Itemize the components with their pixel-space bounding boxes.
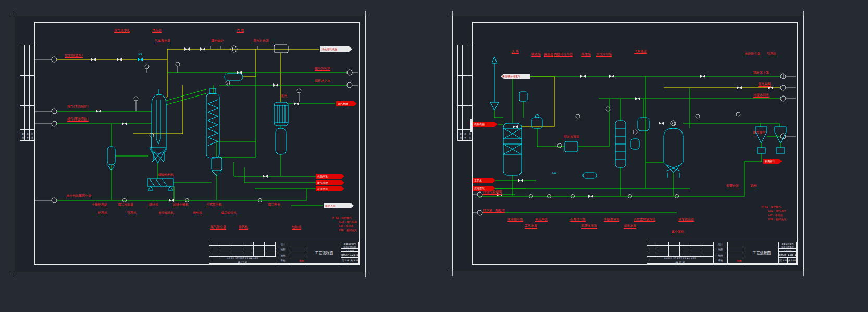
corner-mark	[803, 271, 809, 276]
diagram-label: 缝包机	[193, 211, 202, 215]
diagram-label: 蒸汽并网	[758, 82, 771, 87]
instrument-lines	[34, 46, 358, 200]
diagram-label: 换热器	[544, 53, 553, 57]
corner-mark	[448, 11, 453, 16]
diagram-label: 汽 包	[237, 29, 244, 33]
diagram-label: 备	[27, 137, 29, 139]
diagram-label: 净烟气至烟囱	[483, 190, 502, 195]
diagram-label: 注	[469, 137, 471, 139]
diagram-label: 冷凝水回收	[753, 93, 769, 98]
diagram-label: 成品输送机	[221, 211, 237, 215]
drawing-number: qHXF-12B-B	[341, 252, 358, 258]
diagram-label: 真空皮带脱水机	[634, 218, 655, 222]
diagram-label: 废热锅炉	[211, 39, 224, 43]
diagram-label: 破碎机	[149, 203, 158, 207]
revision-bar-label: 修 订 栏	[647, 260, 713, 265]
yellow-pipes	[522, 76, 780, 127]
diagram-label: 石膏外运	[726, 184, 739, 188]
diagram-label: 来自包装车间空袋	[66, 194, 91, 198]
revision-bar-label: 修 订 栏	[209, 260, 276, 265]
diagram-label: 注 N2 : 保护氮气	[332, 217, 352, 219]
diagram-label: 热风机	[98, 211, 107, 215]
diagram-label: 引风机	[127, 211, 137, 215]
diagram-label: CW : 冷却水	[768, 214, 783, 217]
title-block: 标记 处数 分区 更改文件号 签名 年月日 修 订 栏 设计制图 校核审核 工艺…	[209, 242, 359, 264]
diagram-label: 事故浆液箱	[604, 218, 619, 222]
revision-table: 标记 处数 分区 更改文件号 签名 年月日 修 订 栏	[647, 242, 714, 263]
diagram-label: 干燥热风炉	[92, 203, 107, 207]
fan-symbol	[671, 121, 676, 126]
border-bar	[470, 119, 473, 132]
diagram-label: 蒸汽	[281, 94, 287, 98]
stream-arrow-callout: 来自锅炉烟道气	[501, 74, 530, 79]
diagram-label: 烟气(来自锅炉)	[67, 105, 89, 109]
diagram-label: 石灰浆液箱	[564, 135, 579, 139]
diagram-label: 日	[469, 133, 471, 135]
stream-arrow-callout: 成品入库	[324, 203, 354, 208]
diagram-label: 水洗冷却塔	[596, 53, 612, 57]
diagram-label: 汽化器	[152, 29, 162, 33]
diagram-label: 烟气预净化	[114, 29, 130, 33]
connection-circles	[477, 74, 786, 215]
diagram-label: 蒸汽过热器	[253, 39, 269, 43]
diagram-label: 成品冷却器	[118, 203, 133, 207]
diagram-label: 斗式提升机	[206, 203, 222, 207]
stream-arrow-callout: 蒸汽并网	[336, 101, 357, 106]
stream-arrow-callout: 压缩空气	[473, 186, 495, 191]
diagram-label: 循环水上水	[753, 71, 769, 75]
stream-arrow-callout: 工艺水	[473, 178, 495, 183]
diagram-label: 日	[31, 133, 33, 135]
drawing-sheet-2[interactable]: 火 炬吸收塔换热器内循环冷却器再生塔水洗冷却塔飞灰储运布袋除尘器引风机循环水上水…	[452, 16, 804, 271]
equipment-cyan	[107, 74, 288, 190]
corner-mark	[365, 11, 370, 16]
diagram-label: 皮带输送机	[158, 211, 174, 215]
diagram-label: 石膏排出泵	[570, 218, 586, 222]
diagram-label: 浆液循环泵	[507, 218, 523, 222]
green-pipes	[478, 76, 780, 213]
diagram-label: 注 N2 : 保护氮气	[761, 206, 781, 208]
diagram-label: 氧化风机	[535, 218, 548, 222]
revision-marks-row: 标记 处数 分区 更改文件号 签名 年月日	[647, 257, 713, 260]
diagram-label: 注	[31, 137, 33, 139]
diagram-label: 循环水上水	[315, 79, 330, 83]
diagram-label: 布袋除尘器	[745, 52, 760, 56]
diagram-label: 飞灰储运	[634, 50, 647, 54]
sheet-number: 第 2 张	[779, 258, 788, 263]
diagram-label: 再生塔	[581, 53, 591, 57]
diagram-label: 成品料仓	[268, 203, 280, 207]
drawing-sheet-1[interactable]: 烟气预净化汽化器气体预热器废热锅炉汽 包蒸汽过热器软水(除盐水)N3烟气(来自锅…	[15, 16, 366, 272]
revision-table: 标记 处数 分区 更改文件号 签名 年月日 修 订 栏	[209, 242, 276, 263]
diagram-label: 石膏浆液泵	[581, 224, 597, 229]
role-labels: 设计制图 校核审核	[714, 242, 728, 263]
diagram-label: 工艺水泵	[525, 224, 537, 229]
diagram-label: 包装机	[292, 225, 301, 230]
cad-canvas[interactable]: { "app": {"background": "#262b33", "shee…	[0, 0, 868, 312]
revision-marks-row: 标记 处数 分区 更改文件号 签名 年月日	[209, 257, 276, 260]
stream-arrow-callout: 灰渣外运	[316, 186, 344, 191]
instrument-lines	[472, 74, 796, 213]
green-pipes	[57, 73, 347, 206]
diagram-label: N3	[139, 53, 142, 56]
title-block-right: 燃煤锅炉烟气 综合治理工程 工艺设计 qHXF-12B-1 第 2 张共 3 张	[779, 242, 796, 263]
diagram-label: 回转干燥机	[173, 203, 189, 207]
sheet-number: 第 1 张	[341, 258, 350, 263]
n3-valve	[138, 58, 143, 61]
stream-arrow-callout: 石膏排出	[763, 159, 782, 164]
diagram-label: 循环水回水	[315, 67, 330, 71]
diagram-label: S3B : 饱和蒸汽	[768, 218, 786, 221]
diagram-label: CW	[552, 172, 556, 174]
diagram-label: 期	[460, 137, 462, 139]
corner-mark	[365, 272, 370, 277]
sheet-total: 共 3 张	[788, 258, 796, 263]
diagram-label: 备	[464, 137, 466, 139]
drawing-title: 工艺流程图	[307, 242, 341, 263]
role-labels: 设计制图 校核审核	[276, 242, 290, 263]
diagram-label: 滤液水泵	[624, 224, 636, 229]
diagram-label: 名	[27, 133, 29, 135]
equipment-cyan	[490, 57, 786, 178]
plot-stamp: 出图	[299, 259, 304, 262]
plot-stamp: 出图	[737, 259, 742, 262]
stream-arrow-callout: 石灰石粉	[473, 122, 498, 127]
diagram-label: 签	[22, 133, 24, 135]
diagram-label: 返料	[750, 184, 757, 188]
